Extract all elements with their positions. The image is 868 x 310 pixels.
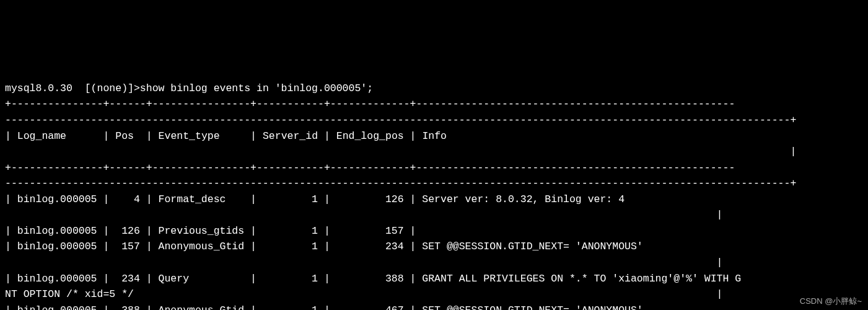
table-border: +---------------+------+----------------…: [5, 162, 735, 174]
terminal-output: mysql8.0.30 [(none)]>show binlog events …: [0, 79, 868, 310]
sql-command: show binlog events in 'binlog.000005';: [140, 82, 373, 94]
col-log-name: Log_name: [17, 130, 66, 142]
col-info: Info: [422, 130, 447, 142]
col-event-type: Event_type: [159, 130, 220, 142]
col-server-id: Server_id: [263, 130, 318, 142]
table-body: | binlog.000005 | 4 | Format_desc | 1 | …: [5, 193, 741, 310]
table-border: +---------------+------+----------------…: [5, 98, 735, 110]
table-border: ----------------------------------------…: [5, 114, 796, 126]
table-border: ----------------------------------------…: [5, 177, 796, 189]
col-end-log-pos: End_log_pos: [336, 130, 404, 142]
watermark: CSDN @小胖鲸~: [800, 295, 862, 308]
col-pos: Pos: [115, 130, 134, 142]
mysql-prompt: mysql8.0.30 [(none)]>: [5, 82, 140, 94]
